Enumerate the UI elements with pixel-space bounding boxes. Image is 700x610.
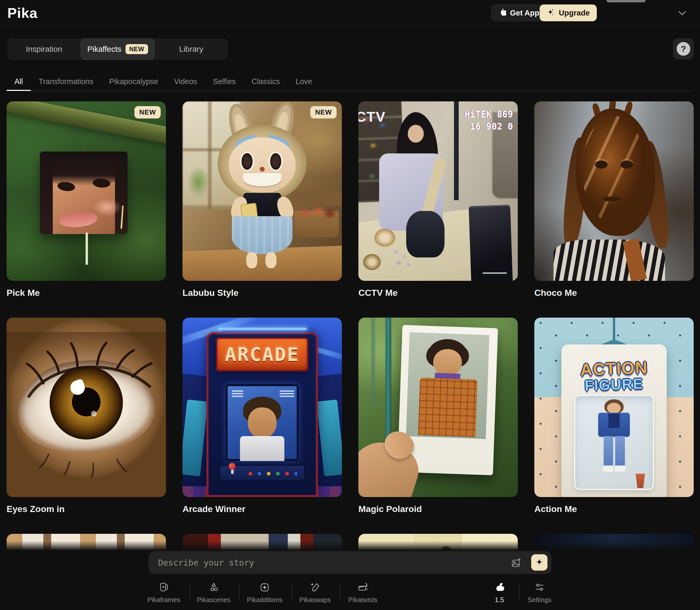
app-root: Pika Get App Upgrade Inspiration Pikaffe… <box>0 0 700 610</box>
cctv-timestamp: HiTEK 869 16 902 0 <box>465 109 513 133</box>
pikaswaps-icon <box>309 581 321 593</box>
card-image <box>534 101 694 281</box>
nav-pikaswaps[interactable]: Pikaswaps <box>293 581 337 604</box>
filter-label: Pikapocalypse <box>109 77 158 86</box>
card-image <box>359 318 518 497</box>
nav-model-version[interactable]: 1.5 <box>477 581 522 604</box>
image-plus-icon <box>511 557 522 568</box>
pikadditions-icon <box>259 581 271 593</box>
card-title: Arcade Winner <box>183 504 342 514</box>
pikaframes-icon <box>158 581 170 593</box>
rabbit-icon <box>493 581 506 593</box>
new-badge: NEW <box>126 44 148 54</box>
nav-label: 1.5 <box>495 596 504 604</box>
effect-card-arcade-winner[interactable]: ARCADE Arcade Winner <box>183 318 342 514</box>
nav-separator <box>292 584 293 600</box>
filter-all[interactable]: All <box>6 73 31 90</box>
filter-videos[interactable]: Videos <box>166 73 205 90</box>
tab-pikaffects[interactable]: Pikaffects NEW <box>81 38 154 60</box>
filter-classics[interactable]: Classics <box>244 73 288 90</box>
card-image: CTV HiTEK 869 16 902 0 <box>359 101 518 281</box>
card-title: Pick Me <box>6 288 166 298</box>
card-image: NEW <box>6 101 166 281</box>
nav-label: Pikaframes <box>147 596 180 604</box>
nav-pikatwists[interactable]: Pikatwists <box>340 581 385 604</box>
nav-separator <box>340 584 340 600</box>
star-icon <box>535 558 544 567</box>
prompt-input[interactable] <box>149 551 551 574</box>
effect-card-cctv-me[interactable]: CTV HiTEK 869 16 902 0 CCTV Me <box>359 101 518 298</box>
filter-bar: All Transformations Pikapocalypse Videos… <box>6 73 694 91</box>
nav-label: Pikaswaps <box>299 596 331 604</box>
help-button[interactable]: ? <box>673 38 694 59</box>
chevron-down-icon[interactable] <box>676 8 688 18</box>
tab-library-label: Library <box>179 45 203 53</box>
nav-separator <box>190 584 190 600</box>
settings-sliders-icon <box>534 581 546 593</box>
card-image: ACTION FIGURE <box>534 318 694 497</box>
filter-label: Selfies <box>213 77 236 86</box>
sparkle-icon <box>547 8 555 18</box>
get-app-button[interactable]: Get App <box>491 4 546 21</box>
scroll-indicator <box>606 0 646 2</box>
tab-inspiration-label: Inspiration <box>26 45 62 53</box>
filter-pikapocalypse[interactable]: Pikapocalypse <box>101 73 166 90</box>
effect-card-action-me[interactable]: ACTION FIGURE Action Me <box>534 318 694 514</box>
tab-library[interactable]: Library <box>155 38 228 60</box>
generate-button[interactable] <box>531 554 548 571</box>
card-title: Action Me <box>534 504 694 514</box>
upgrade-label: Upgrade <box>559 9 590 17</box>
apple-icon <box>498 7 506 18</box>
card-title: Eyes Zoom in <box>6 504 166 514</box>
upgrade-button[interactable]: Upgrade <box>539 4 597 21</box>
nav-pikadditions[interactable]: Pikadditions <box>243 581 287 604</box>
nav-separator <box>239 584 239 600</box>
card-title: Choco Me <box>534 288 694 298</box>
pika-logo: Pika <box>7 5 37 21</box>
card-title: CCTV Me <box>359 288 518 298</box>
add-image-button[interactable] <box>511 557 522 568</box>
pikatwists-icon <box>357 581 369 593</box>
filter-label: All <box>14 77 23 86</box>
card-title: Magic Polaroid <box>359 504 518 514</box>
filter-label: Transformations <box>38 77 93 86</box>
bottom-panel: Pikaframes Pikascenes Pikadditions <box>0 550 700 610</box>
filter-transformations[interactable]: Transformations <box>31 73 101 90</box>
filter-label: Love <box>296 77 312 86</box>
tab-inspiration[interactable]: Inspiration <box>7 38 81 60</box>
card-title: Labubu Style <box>183 288 342 298</box>
card-new-badge: NEW <box>134 106 161 118</box>
filter-selfies[interactable]: Selfies <box>205 73 244 90</box>
filter-label: Classics <box>252 77 280 86</box>
card-image <box>6 318 166 497</box>
arcade-marquee: ARCADE <box>216 337 308 371</box>
nav-label: Settings <box>528 596 551 604</box>
prompt-bar <box>149 551 551 574</box>
effect-card-labubu-style[interactable]: NEW Labubu Style <box>183 101 342 298</box>
card-new-badge: NEW <box>310 106 337 118</box>
card-image: ARCADE <box>183 318 342 497</box>
effect-card-choco-me[interactable]: Choco Me <box>534 101 694 298</box>
tab-pikaffects-label: Pikaffects <box>87 45 121 53</box>
card-image: NEW <box>183 101 342 281</box>
nav-pikascenes[interactable]: Pikascenes <box>191 581 236 604</box>
get-app-label: Get App <box>510 9 539 17</box>
nav-label: Pikascenes <box>197 596 231 604</box>
main-tabs: Inspiration Pikaffects NEW Library <box>7 38 228 60</box>
eyelashes-graphic <box>6 318 166 497</box>
effect-card-magic-polaroid[interactable]: Magic Polaroid <box>359 318 518 514</box>
nav-settings[interactable]: Settings <box>517 581 562 604</box>
nav-label: Pikatwists <box>348 596 377 604</box>
effects-grid: NEW Pick Me NEW Labubu Style <box>6 101 694 571</box>
pikascenes-icon <box>208 581 220 593</box>
question-mark-icon: ? <box>677 42 690 56</box>
nav-pikaframes[interactable]: Pikaframes <box>141 581 186 604</box>
filter-love[interactable]: Love <box>288 73 320 90</box>
effect-card-pick-me[interactable]: NEW Pick Me <box>6 101 166 298</box>
effect-card-eyes-zoom-in[interactable]: Eyes Zoom in <box>6 318 166 514</box>
filter-label: Videos <box>174 77 197 86</box>
nav-label: Pikadditions <box>247 596 283 604</box>
cctv-corner-text: CTV <box>359 109 386 125</box>
header: Pika Get App Upgrade <box>0 0 700 26</box>
